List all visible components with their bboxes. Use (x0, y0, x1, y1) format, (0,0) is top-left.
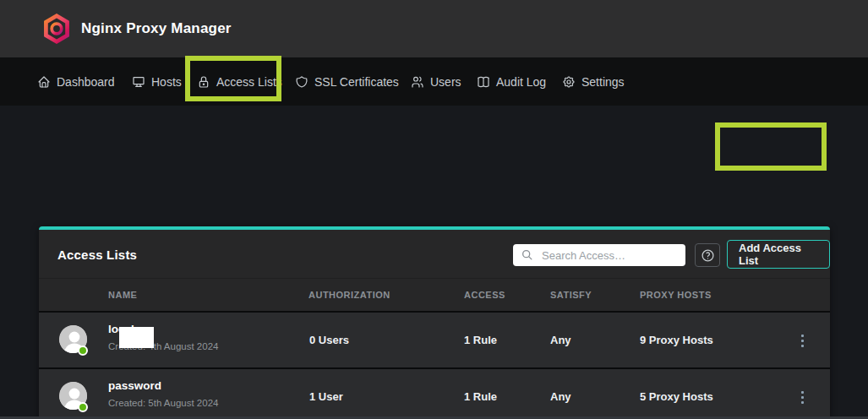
help-icon (701, 248, 715, 263)
add-access-list-button[interactable]: Add Access List (727, 240, 830, 269)
nav-item-label: Access Lists (216, 75, 282, 89)
cell-proxy-hosts: 9 Proxy Hosts (640, 313, 713, 367)
column-header-authorization: AUTHORIZATION (308, 279, 390, 311)
search-box (513, 244, 685, 266)
nav-item-label: SSL Certificates (314, 75, 399, 89)
access-list-created: Created: 5th August 2024 (108, 398, 218, 408)
main-nav: Dashboard Hosts Access Lists SSL Certifi… (0, 57, 868, 106)
home-icon (37, 75, 51, 89)
nav-item-dashboard[interactable]: Dashboard (37, 57, 115, 106)
cell-access: 1 Rule (464, 313, 497, 367)
cell-authorization: 1 User (309, 369, 343, 419)
nav-item-label: Hosts (151, 75, 182, 89)
column-header-access: ACCESS (464, 279, 505, 311)
table-row: password Created: 5th August 2024 1 User… (39, 367, 830, 419)
table-header: NAME AUTHORIZATION ACCESS SATISFY PROXY … (39, 279, 830, 311)
top-header: Nginx Proxy Manager Admin Administrator (0, 0, 868, 57)
panel-title: Access Lists (57, 230, 137, 279)
app-title: Nginx Proxy Manager (81, 0, 232, 57)
lock-icon (197, 75, 210, 89)
nav-item-label: Dashboard (57, 75, 115, 89)
nav-item-label: Users (430, 75, 461, 89)
cell-authorization: 0 Users (309, 313, 349, 367)
column-header-proxy-hosts: PROXY HOSTS (640, 279, 712, 311)
nav-item-settings[interactable]: Settings (562, 57, 625, 106)
cell-satisfy: Any (550, 369, 571, 419)
shield-icon (295, 75, 308, 89)
users-icon (411, 75, 424, 89)
online-status-dot (78, 346, 88, 356)
monitor-icon (132, 75, 145, 89)
nav-item-users[interactable]: Users (411, 57, 461, 106)
cell-proxy-hosts: 5 Proxy Hosts (640, 369, 713, 419)
nav-item-label: Audit Log (496, 75, 546, 89)
row-menu-button[interactable] (794, 331, 810, 350)
access-lists-panel: Access Lists Add Access List (39, 226, 830, 419)
page-content: Access Lists Add Access List (0, 106, 868, 419)
nav-item-audit-log[interactable]: Audit Log (477, 57, 546, 106)
table-row: local Created: 4th August 2024 0 Users 1… (39, 311, 830, 367)
app-window: Nginx Proxy Manager Admin Administrator … (0, 0, 868, 419)
help-button[interactable] (695, 243, 720, 267)
column-header-satisfy: SATISFY (550, 279, 592, 311)
nav-item-label: Settings (581, 75, 625, 89)
book-icon (477, 75, 490, 89)
search-icon (521, 248, 534, 265)
panel-header: Access Lists Add Access List (39, 230, 830, 279)
cell-satisfy: Any (550, 313, 571, 367)
search-input[interactable] (513, 244, 685, 266)
column-header-name: NAME (108, 279, 137, 311)
access-list-name: password (108, 379, 161, 392)
gear-icon (562, 75, 576, 89)
row-menu-button[interactable] (794, 388, 810, 406)
nav-item-access-lists[interactable]: Access Lists (197, 57, 282, 106)
cell-access: 1 Rule (464, 369, 497, 419)
add-access-list-label: Add Access List (739, 242, 818, 267)
nginx-proxy-manager-logo-icon (42, 13, 71, 45)
nav-item-ssl-certificates[interactable]: SSL Certificates (295, 57, 399, 106)
redaction-box (119, 327, 154, 348)
online-status-dot (78, 402, 88, 412)
nav-item-hosts[interactable]: Hosts (132, 57, 182, 106)
